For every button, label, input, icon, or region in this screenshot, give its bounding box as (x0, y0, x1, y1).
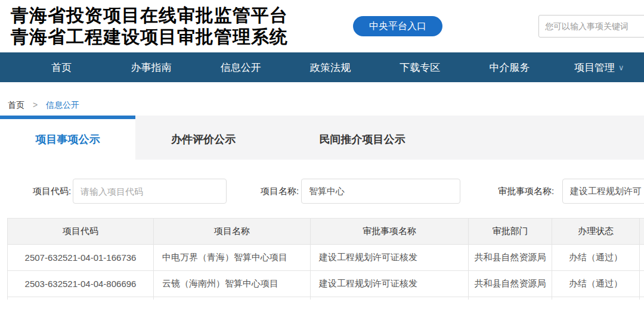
column-header-1: 项目名称 (154, 219, 311, 245)
breadcrumb-home[interactable]: 首页 (8, 100, 24, 110)
cell-r1-c3: 共和县自然资源局 (469, 271, 552, 297)
project-code-input[interactable] (73, 179, 227, 204)
cell-r1-c1: 云镜（海南州）智算中心项目 (154, 271, 311, 297)
tab-2[interactable]: 民间推介项目公示 (271, 116, 453, 160)
central-platform-button[interactable]: 中央平台入口 (353, 16, 442, 36)
table-row: 2507-632521-04-01-166736中电万界（青海）智算中心项目建设… (8, 245, 644, 271)
column-header-4: 办理状态 (552, 219, 640, 245)
nav-item-5[interactable]: 中介服务 (465, 61, 554, 74)
results-table: 项目代码项目名称审批事项名称审批部门办理状态 2507-632521-04-01… (7, 218, 644, 300)
cell-r1-c0: 2503-632521-04-04-806696 (8, 271, 154, 297)
nav-item-1[interactable]: 办事指南 (106, 61, 196, 74)
column-header-2: 审批事项名称 (311, 219, 469, 245)
cell-r0-c2: 建设工程规划许可证核发 (311, 245, 469, 271)
cell-partial (552, 297, 640, 300)
nav-item-6[interactable]: 项目管理∨ (555, 61, 644, 74)
filter-bar: 项目代码: 项目名称: 审批事项名称: (0, 160, 644, 218)
cell-r0-c0: 2507-632521-04-01-166736 (8, 245, 154, 271)
page: 青海省投资项目在线审批监管平台 青海省工程建设项目审批管理系统 中央平台入口 首… (0, 0, 644, 318)
tab-0[interactable]: 项目事项公示 (0, 116, 135, 160)
cell-r0-c4: 办结（通过） (552, 245, 640, 271)
breadcrumb-current[interactable]: 信息公开 (46, 100, 79, 110)
chevron-down-icon: ∨ (618, 63, 624, 72)
cell-r1-c2: 建设工程规划许可证核发 (311, 271, 469, 297)
project-code-label: 项目代码: (33, 186, 71, 197)
project-name-label: 项目名称: (261, 186, 299, 197)
tab-1[interactable]: 办件评价公示 (135, 116, 271, 160)
approval-item-input[interactable] (562, 179, 644, 204)
project-name-input[interactable] (301, 179, 460, 204)
breadcrumb-separator: > (33, 100, 38, 110)
table-body: 2507-632521-04-01-166736中电万界（青海）智算中心项目建设… (8, 245, 644, 300)
tab-bar-filler (453, 116, 644, 160)
cell-r1-c4: 办结（通过） (552, 271, 640, 297)
cell-partial (640, 297, 644, 300)
site-title-line2: 青海省工程建设项目审批管理系统 (11, 26, 288, 48)
column-header-clipped (640, 219, 644, 245)
cell-partial (154, 297, 311, 300)
cell-partial (469, 297, 552, 300)
table-row-partial (8, 297, 644, 300)
site-title: 青海省投资项目在线审批监管平台 青海省工程建设项目审批管理系统 (11, 5, 288, 48)
table-header-row: 项目代码项目名称审批事项名称审批部门办理状态 (8, 219, 644, 245)
approval-item-label: 审批事项名称: (498, 186, 554, 197)
nav-item-4[interactable]: 下载专区 (375, 61, 465, 74)
cell-partial (8, 297, 154, 300)
nav-item-0[interactable]: 首页 (17, 61, 106, 74)
breadcrumb: 首页 > 信息公开 (0, 82, 644, 116)
cell-clipped (640, 271, 644, 297)
nav-item-3[interactable]: 政策法规 (286, 61, 375, 74)
column-header-0: 项目代码 (8, 219, 154, 245)
cell-partial (311, 297, 469, 300)
cell-r0-c3: 共和县自然资源局 (469, 245, 552, 271)
main-nav: 首页办事指南信息公开政策法规下载专区中介服务项目管理∨ (0, 52, 644, 82)
cell-r0-c1: 中电万界（青海）智算中心项目 (154, 245, 311, 271)
table-row: 2503-632521-04-04-806696云镜（海南州）智算中心项目建设工… (8, 271, 644, 297)
keyword-search-input[interactable] (538, 15, 644, 38)
nav-item-2[interactable]: 信息公开 (196, 61, 286, 74)
cell-clipped (640, 245, 644, 271)
column-header-3: 审批部门 (469, 219, 552, 245)
tab-bar: 项目事项公示办件评价公示民间推介项目公示 (0, 116, 644, 160)
site-header: 青海省投资项目在线审批监管平台 青海省工程建设项目审批管理系统 中央平台入口 (0, 0, 644, 52)
site-title-line1: 青海省投资项目在线审批监管平台 (11, 5, 288, 26)
